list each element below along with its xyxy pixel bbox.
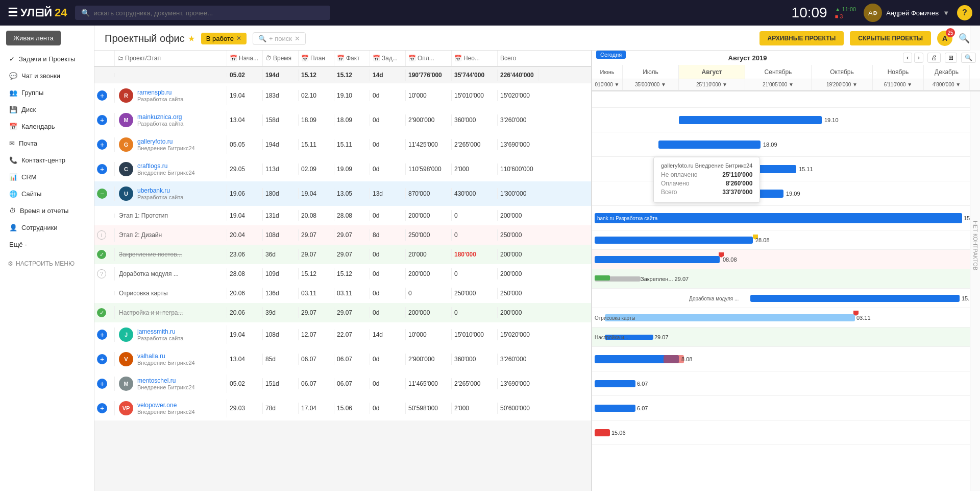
sidebar-item-disk[interactable]: 💾 Диск xyxy=(0,101,94,118)
summary-empty xyxy=(94,73,115,77)
td-add: + xyxy=(94,401,115,415)
gantt-bar[interactable] xyxy=(679,116,822,124)
global-search[interactable]: 🔍 xyxy=(75,6,330,20)
search-input[interactable] xyxy=(94,9,324,17)
td-unpaid: 360'000 xyxy=(452,114,498,126)
td-time: 108d xyxy=(263,229,299,241)
sidebar-item-tasks[interactable]: ✓ Задачи и Проекты xyxy=(0,51,94,67)
td-total: 13'690'000 xyxy=(498,139,538,150)
sidebar-item-contact-center[interactable]: 📞 Контакт-центр xyxy=(0,152,94,169)
add-project-button[interactable]: + xyxy=(97,164,107,174)
sidebar-item-more[interactable]: Ещё - xyxy=(0,236,94,253)
live-feed-button[interactable]: Живая лента xyxy=(6,31,61,45)
td-time: 136d xyxy=(263,288,299,299)
project-table-gantt: 🗂 Проект/Этап 📅 Нача... ⏱ Время 📅 План 📅 xyxy=(94,51,980,491)
td-tasks: 14d xyxy=(370,329,406,340)
project-link[interactable]: ramenspb.ru xyxy=(137,89,183,96)
td-plan: 18.09 xyxy=(299,114,334,126)
sidebar-item-mail[interactable]: ✉ Почта xyxy=(0,135,94,152)
time-icon: ⏱ xyxy=(9,207,16,215)
project-link[interactable]: mainkuznica.org xyxy=(137,113,183,121)
gantt-bar[interactable] xyxy=(595,256,720,263)
sidebar-item-calendar[interactable]: 📅 Календарь xyxy=(0,118,94,135)
td-time: 113d xyxy=(263,163,299,175)
td-plan: 19.04 xyxy=(299,188,334,199)
project-link[interactable]: mentoschel.ru xyxy=(137,377,195,384)
favorite-star-icon[interactable]: ★ xyxy=(188,34,195,43)
gantt-zoom-button[interactable]: 🔍 xyxy=(961,53,976,63)
sidebar-item-groups[interactable]: 👥 Группы xyxy=(0,84,94,101)
sidebar-item-time[interactable]: ⏱ Время и отчеты xyxy=(0,202,94,219)
avatar: C xyxy=(119,162,133,176)
add-project-button[interactable]: + xyxy=(97,139,107,150)
td-add: i xyxy=(94,228,115,242)
add-project-button[interactable]: + xyxy=(97,354,107,364)
collapse-project-button[interactable]: − xyxy=(97,189,107,199)
content-search-icon[interactable]: 🔍 xyxy=(959,33,970,44)
gantt-value: 6'110'000 ▼ xyxy=(873,79,924,90)
gantt-prev-button[interactable]: ‹ xyxy=(903,53,912,63)
gantt-next-button[interactable]: › xyxy=(914,53,923,63)
hidden-projects-button[interactable]: СКРЫТЫЕ ПРОЕКТЫ xyxy=(850,31,931,45)
td-total: 200'000 xyxy=(498,307,538,318)
user-menu[interactable]: АФ Андрей Фомичев ▼ xyxy=(864,4,949,22)
gantt-bar[interactable] xyxy=(605,314,855,321)
gantt-date-label: 15.11 xyxy=(799,166,813,172)
gantt-bar[interactable]: bank.ru Разработка сайта xyxy=(595,213,962,223)
sidebar-item-crm[interactable]: 📊 CRM xyxy=(0,169,94,185)
sidebar-item-chat[interactable]: 💬 Чат и звонки xyxy=(0,67,94,84)
gantt-months-row: Июнь Июль Август Сентябрь Октябрь Ноябрь… xyxy=(592,65,980,79)
td-fact: 29.07 xyxy=(334,249,370,260)
top-right-user-icon[interactable]: А 25 xyxy=(937,31,952,46)
gantt-bar[interactable] xyxy=(595,405,635,412)
add-project-button[interactable]: + xyxy=(97,379,107,389)
tooltip-row-unpaid: Не оплачено 25'110'000 xyxy=(661,171,752,178)
gantt-bar[interactable] xyxy=(658,141,761,149)
gantt-expand-button[interactable]: ⊞ xyxy=(945,53,957,63)
td-paid: 110'598'000 xyxy=(406,163,452,175)
td-total: 200'000 xyxy=(498,268,538,279)
td-start: 19.04 xyxy=(227,90,263,101)
sidebar-item-employees[interactable]: 👤 Сотрудники xyxy=(0,219,94,236)
td-start: 29.05 xyxy=(227,163,263,175)
gantt-print-button[interactable]: 🖨 xyxy=(927,53,941,63)
mail-icon: ✉ xyxy=(9,139,15,147)
td-tasks: 0d xyxy=(370,378,406,389)
archive-projects-button[interactable]: АРХИВНЫЕ ПРОЕКТЫ xyxy=(760,31,844,45)
gantt-values-row: 010'000 ▼ 35'000'000 ▼ 25'110'000 ▼ 21'0… xyxy=(592,79,980,90)
gantt-row: 08.08 xyxy=(592,250,980,269)
sidebar-item-sites[interactable]: 🌐 Сайты xyxy=(0,185,94,202)
td-total: 110'600'000 xyxy=(498,163,538,175)
add-project-button[interactable]: + xyxy=(97,115,107,125)
gantt-bar[interactable] xyxy=(750,295,960,302)
user-profile[interactable]: АФ Андрей Фомичев ▼ xyxy=(864,4,949,22)
td-tasks: 0d xyxy=(370,307,406,318)
configure-menu[interactable]: ⚙ НАСТРОИТЬ МЕНЮ xyxy=(0,255,94,272)
stage-name: Доработка модуля ... xyxy=(119,270,179,277)
td-name: U uberbank.ru Разработка сайта xyxy=(115,184,227,203)
project-link[interactable]: velopower.one xyxy=(137,402,195,409)
add-project-button[interactable]: + xyxy=(97,403,107,413)
project-link[interactable]: craftlogs.ru xyxy=(137,162,195,170)
project-link[interactable]: galleryfoto.ru xyxy=(137,138,195,145)
td-paid: 870'000 xyxy=(406,188,452,199)
help-button[interactable]: ? xyxy=(957,5,972,20)
gantt-today-button[interactable]: Сегодня xyxy=(596,51,626,59)
add-project-button[interactable]: + xyxy=(97,330,107,340)
project-link[interactable]: jamessmith.ru xyxy=(137,328,183,335)
td-add: ✓ xyxy=(94,306,115,319)
gantt-row-summary xyxy=(592,91,980,108)
filter-search-close-icon[interactable]: ✕ xyxy=(295,35,300,42)
gantt-bar[interactable] xyxy=(595,380,635,387)
project-link[interactable]: uberbank.ru xyxy=(137,187,183,194)
gantt-row: 19.09 xyxy=(592,181,980,206)
gantt-bar[interactable] xyxy=(595,237,753,244)
add-project-button[interactable]: + xyxy=(97,90,107,101)
gantt-bar[interactable] xyxy=(595,429,610,436)
summary-unpaid: 35'744'000 xyxy=(452,69,498,81)
filter-close-button[interactable]: ✕ xyxy=(236,35,241,42)
td-paid: 250'000 xyxy=(406,229,452,241)
td-unpaid: 430'000 xyxy=(452,188,498,199)
project-link[interactable]: valhalla.ru xyxy=(137,353,195,360)
filter-search[interactable]: 🔍 + поиск ✕ xyxy=(253,32,306,45)
